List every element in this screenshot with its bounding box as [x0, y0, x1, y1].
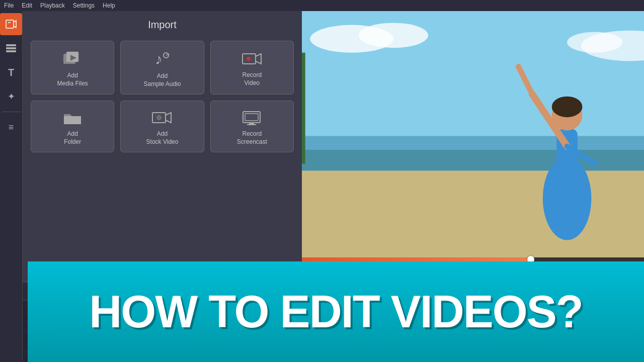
record-screencast-icon — [242, 110, 262, 126]
svg-rect-19 — [249, 123, 254, 124]
how-to-banner: HOW TO EDIT VIDEOS? — [28, 261, 644, 362]
svg-rect-2 — [6, 44, 16, 46]
svg-point-23 — [359, 23, 428, 48]
add-folder-icon — [63, 110, 82, 126]
sidebar-btn-timeline[interactable] — [0, 37, 22, 59]
menu-item-help[interactable]: Help — [103, 2, 115, 9]
svg-rect-30 — [302, 53, 305, 164]
add-media-icon — [62, 51, 83, 68]
folder-icon — [63, 110, 82, 126]
import-title: Import — [148, 19, 177, 31]
menu-item-settings[interactable]: Settings — [73, 2, 95, 9]
timeline-icon — [5, 42, 17, 54]
svg-rect-4 — [6, 50, 16, 52]
record-screencast-label: Record Screencast — [237, 130, 267, 146]
add-media-files-button[interactable]: Add Media Files — [31, 41, 114, 95]
import-panel: Import Add Media Fil — [23, 11, 302, 282]
svg-rect-18 — [245, 114, 258, 121]
menu-item-file[interactable]: File — [4, 2, 14, 9]
screencast-icon — [242, 110, 262, 126]
sample-audio-icon: ♪ — [153, 50, 171, 68]
record-video-label: Record Video — [242, 71, 262, 87]
sidebar-btn-menu[interactable]: ≡ — [0, 116, 22, 138]
progress-fill — [302, 257, 531, 261]
stock-video-icon — [152, 110, 172, 126]
record-screencast-button[interactable]: Record Screencast — [210, 101, 294, 152]
menu-item-edit[interactable]: Edit — [22, 2, 32, 9]
add-stock-video-button[interactable]: Add Stock Video — [120, 101, 204, 152]
menu-item-playback[interactable]: Playback — [40, 2, 65, 9]
svg-rect-3 — [6, 47, 16, 49]
video-progress-bar[interactable] — [302, 257, 644, 261]
record-video-icon — [242, 51, 262, 67]
svg-rect-0 — [6, 20, 14, 28]
media-files-icon — [62, 51, 83, 68]
svg-point-34 — [552, 97, 583, 117]
add-stock-video-label: Add Stock Video — [146, 130, 179, 146]
sidebar-btn-video[interactable] — [0, 13, 22, 35]
import-grid: Add Media Files ♪ — [31, 41, 294, 152]
record-video-button[interactable]: Record Video — [210, 41, 294, 95]
svg-text:♪: ♪ — [155, 51, 163, 67]
sidebar-btn-effects[interactable]: ✦ — [0, 85, 22, 108]
add-media-label: Add Media Files — [57, 72, 88, 87]
record-video-icon-svg — [242, 51, 262, 67]
svg-rect-20 — [247, 124, 256, 125]
video-icon — [5, 18, 17, 30]
add-folder-button[interactable]: Add Folder — [31, 101, 114, 152]
svg-point-12 — [247, 57, 251, 61]
add-sample-audio-label: Add Sample Audio — [143, 72, 181, 88]
add-stock-video-icon — [152, 110, 172, 126]
how-to-text: HOW TO EDIT VIDEOS? — [89, 289, 582, 334]
sidebar-btn-text[interactable]: T — [0, 61, 22, 83]
add-sample-audio-icon: ♪ — [153, 50, 171, 68]
video-preview: ✕ ↺ ⊡ ◑ 🗑 ⬛ 🎤 ⏮ 00:00:03.810 ▶ ⏭ — [302, 11, 644, 282]
sidebar-divider — [2, 112, 20, 112]
top-section: Import Add Media Fil — [23, 11, 644, 282]
video-frame — [302, 11, 644, 257]
menu-bar: File Edit Playback Settings Help — [0, 0, 644, 11]
add-sample-audio-button[interactable]: ♪ Add Sample Audio — [120, 41, 204, 95]
sidebar: T ✦ ≡ — [0, 11, 23, 362]
svg-point-25 — [567, 32, 622, 52]
add-folder-label: Add Folder — [64, 130, 81, 146]
svg-rect-28 — [302, 170, 644, 257]
beach-scene-svg — [302, 11, 644, 257]
